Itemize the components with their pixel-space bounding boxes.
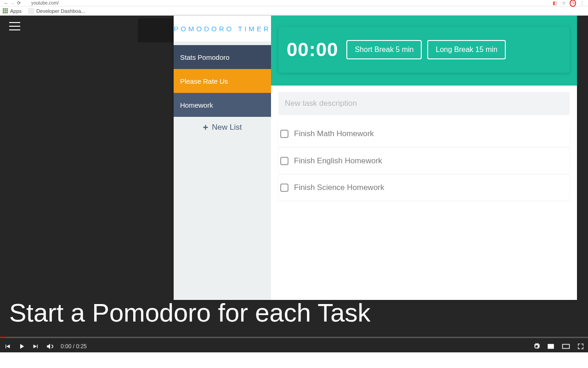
apps-shortcut[interactable]: Apps [3, 8, 22, 14]
browser-url-text[interactable]: youtube.com/ [31, 0, 59, 6]
task-label: Finish English Homework [294, 156, 382, 166]
short-break-button[interactable]: Short Break 5 min [346, 40, 422, 59]
time-display: 0:00 / 0:25 [61, 343, 87, 350]
video-caption-text: Start a Pomodoro for each Task [9, 298, 371, 328]
sidebar-item-label: Homework [180, 101, 213, 109]
extension-title: POMODORO TIMER [174, 16, 271, 41]
task-label: Finish Science Homework [294, 183, 384, 192]
volume-button[interactable] [46, 342, 54, 351]
browser-back-button[interactable]: ← [3, 0, 9, 6]
browser-forward-button[interactable]: → [9, 0, 16, 6]
task-row[interactable]: Finish Math Homework [278, 121, 570, 147]
bookmark-label: Developer Dashboa... [36, 8, 85, 14]
new-task-input[interactable] [278, 92, 570, 115]
sidebar-item-rate-us[interactable]: Please Rate Us [174, 69, 271, 93]
pomodoro-extension-icon[interactable] [570, 0, 576, 6]
task-label: Finish Math Homework [294, 129, 374, 138]
extension-pin-icon[interactable]: ◧ [551, 0, 558, 6]
browser-reload-button[interactable]: ⟳ [16, 0, 22, 6]
sidebar-item-stats[interactable]: Stats Pomodoro [174, 45, 271, 69]
task-row[interactable]: Finish English Homework [278, 147, 570, 174]
task-row[interactable]: Finish Science Homework [278, 174, 570, 201]
new-list-label: New List [212, 123, 242, 132]
time-total: 0:25 [76, 343, 86, 350]
youtube-menu-button[interactable] [9, 22, 20, 30]
extension-main: 00:00 Short Break 5 min Long Break 15 mi… [271, 16, 577, 300]
youtube-page: POMODORO TIMER Stats Pomodoro Please Rat… [0, 16, 588, 352]
play-button[interactable] [17, 342, 26, 351]
timer-card: 00:00 Short Break 5 min Long Break 15 mi… [278, 27, 570, 73]
fullscreen-button[interactable] [577, 343, 584, 350]
timer-value: 00:00 [287, 39, 341, 61]
plus-icon: + [203, 122, 209, 133]
previous-button[interactable] [4, 343, 11, 350]
new-list-button[interactable]: + New List [174, 117, 271, 138]
youtube-topbar-segment [138, 18, 174, 42]
browser-url-bar: ← → ⟳ youtube.com/ ◧ ☆ ⋮ [0, 0, 588, 6]
sidebar-item-homework[interactable]: Homework [174, 93, 271, 117]
time-played: 0:00 [61, 343, 71, 350]
bookmark-star-icon[interactable]: ☆ [560, 0, 567, 6]
apps-grid-icon [3, 8, 8, 14]
task-checkbox[interactable] [280, 184, 288, 192]
apps-label: Apps [10, 8, 22, 14]
browser-bookmarks-bar: Apps Developer Dashboa... [0, 6, 588, 16]
browser-menu-icon[interactable]: ⋮ [579, 0, 585, 6]
sidebar-item-label: Please Rate Us [180, 77, 228, 85]
extension-sidebar: POMODORO TIMER Stats Pomodoro Please Rat… [174, 16, 271, 300]
next-button[interactable] [32, 343, 40, 350]
timer-section: 00:00 Short Break 5 min Long Break 15 mi… [271, 16, 577, 86]
theater-button[interactable] [561, 342, 571, 351]
task-checkbox[interactable] [280, 130, 288, 138]
sidebar-item-label: Stats Pomodoro [180, 53, 230, 61]
progress-bar[interactable] [0, 337, 588, 338]
bookmark-developer-dashboard[interactable]: Developer Dashboa... [28, 8, 85, 14]
pomodoro-extension-panel: POMODORO TIMER Stats Pomodoro Please Rat… [174, 16, 577, 300]
settings-button[interactable] [533, 343, 540, 350]
tasks-area: Finish Math Homework Finish English Home… [271, 86, 577, 300]
youtube-player-controls: 0:00 / 0:25 [0, 337, 588, 352]
bookmark-favicon [28, 8, 34, 14]
long-break-button[interactable]: Long Break 15 min [427, 40, 505, 59]
miniplayer-button[interactable] [547, 342, 555, 351]
task-checkbox[interactable] [280, 157, 288, 165]
task-list: Finish Math Homework Finish English Home… [278, 121, 570, 201]
